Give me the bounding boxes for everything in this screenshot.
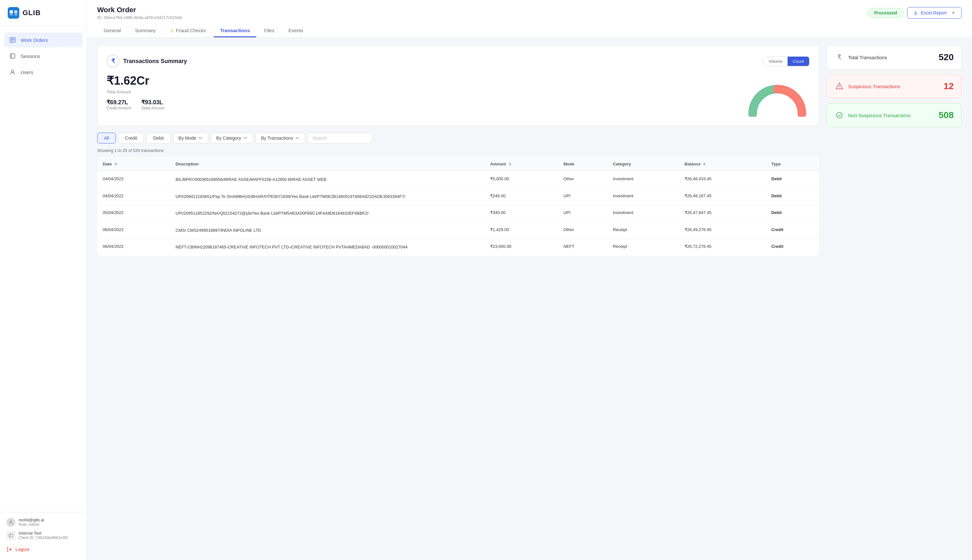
tab-general[interactable]: General bbox=[97, 25, 127, 37]
transactions-summary-card: ₹ Transactions Summary Volume Count ₹1.6… bbox=[97, 45, 819, 126]
cell-date: 04/04/2022 bbox=[98, 171, 170, 188]
gauge-svg bbox=[745, 82, 809, 117]
col-amount[interactable]: Amount ⇅ bbox=[485, 157, 559, 171]
credit-amount: ₹69.27L bbox=[107, 99, 131, 106]
summary-amounts: ₹1.62Cr Total Amount ₹69.27L Credit Amou… bbox=[107, 74, 165, 110]
logout-button[interactable]: Logout bbox=[7, 544, 80, 555]
excel-report-button[interactable]: Excel Report ▼ bbox=[907, 7, 962, 19]
volume-toggle-btn[interactable]: Volume bbox=[764, 57, 788, 66]
total-amount: ₹1.62Cr bbox=[107, 74, 165, 88]
filter-all-btn[interactable]: All bbox=[97, 133, 116, 143]
debit-amount: ₹93.03L bbox=[141, 99, 165, 106]
filter-by-transactions-dropdown[interactable]: By Transactions bbox=[255, 133, 305, 143]
alert-icon bbox=[835, 82, 844, 91]
suspicious-value: 12 bbox=[944, 81, 954, 92]
chevron-down-icon bbox=[243, 136, 247, 140]
page-header: Work Order ID: 00ece76d-c980-4b3a-af29-e… bbox=[87, 0, 972, 38]
sidebar-item-label: Users bbox=[21, 70, 33, 75]
sidebar-item-sessions[interactable]: Sessions bbox=[4, 48, 83, 63]
cell-balance: ₹26,47,847.45 bbox=[679, 205, 766, 222]
client-icon bbox=[7, 531, 15, 540]
cell-category: Investment bbox=[608, 188, 679, 205]
transactions-table: Date ⇅ Description Amount ⇅ Mode Categor… bbox=[97, 157, 819, 256]
sidebar-user: mohit@glib.ai Role: Admin bbox=[7, 518, 80, 527]
debit-label: Debit Amount bbox=[141, 106, 165, 110]
col-balance[interactable]: Balance ⇅ bbox=[679, 157, 766, 171]
sidebar-nav: Work Orders Sessions Users bbox=[0, 26, 87, 512]
total-transactions-value: 520 bbox=[939, 52, 954, 62]
cell-category: Investment bbox=[608, 171, 679, 188]
search-input-wrap bbox=[308, 133, 372, 143]
cell-description: BIL/BPAY/000365168556/MIRAE ASSE/MAFF015… bbox=[170, 171, 485, 188]
user-role: Role: Admin bbox=[19, 522, 44, 527]
tab-events[interactable]: Events bbox=[282, 25, 310, 37]
stat-total-left: ₹ Total Transactions bbox=[835, 52, 887, 62]
filter-by-mode-dropdown[interactable]: By Mode bbox=[173, 133, 208, 143]
stat-non-suspicious-left: Non-Suspicious Transactions bbox=[835, 110, 910, 120]
chevron-down-icon bbox=[198, 136, 203, 140]
debit-item: ₹93.03L Debit Amount bbox=[141, 99, 165, 110]
table-header: Date ⇅ Description Amount ⇅ Mode Categor… bbox=[98, 157, 819, 171]
cell-description: NEFT-CBINH22096187465-CREATIVE INFOTECH … bbox=[170, 239, 485, 256]
sidebar-item-users[interactable]: Users bbox=[4, 65, 83, 80]
search-input[interactable] bbox=[308, 133, 372, 143]
cell-description: UPI/209511852292/NA/Q62154272@ybl/Yes Ba… bbox=[170, 205, 485, 222]
cell-amount: ₹23,000.00 bbox=[485, 239, 559, 256]
svg-rect-2 bbox=[14, 10, 17, 13]
count-toggle-btn[interactable]: Count bbox=[788, 57, 809, 66]
users-icon bbox=[9, 68, 16, 76]
table-row: 06/04/2022 NEFT-CBINH22096187465-CREATIV… bbox=[98, 239, 819, 256]
svg-rect-4 bbox=[14, 14, 17, 15]
chevron-down-icon bbox=[295, 136, 300, 140]
main-content: Work Order ID: 00ece76d-c980-4b3a-af29-e… bbox=[87, 0, 972, 560]
rupee-icon: ₹ bbox=[107, 55, 119, 68]
sidebar-client: Internal Test Client ID: 748240b4f662e3f… bbox=[7, 531, 80, 540]
page-body: ₹ Transactions Summary Volume Count ₹1.6… bbox=[87, 38, 972, 263]
non-suspicious-value: 508 bbox=[939, 110, 954, 120]
credit-label: Credit Amount bbox=[107, 106, 131, 110]
sidebar: GLIB Work Orders Sessions bbox=[0, 0, 87, 560]
cell-amount: ₹246.00 bbox=[485, 188, 559, 205]
table-row: 05/04/2022 UPI/209511852292/NA/Q62154272… bbox=[98, 205, 819, 222]
sidebar-footer: mohit@glib.ai Role: Admin Internal Test … bbox=[0, 512, 87, 560]
cell-category: Receipt bbox=[608, 239, 679, 256]
sidebar-item-work-orders[interactable]: Work Orders bbox=[4, 33, 83, 47]
filter-by-category-dropdown[interactable]: By Category bbox=[211, 133, 253, 143]
cell-mode: Other bbox=[559, 222, 608, 239]
credit-debit-row: ₹69.27L Credit Amount ₹93.03L Debit Amou… bbox=[107, 99, 165, 110]
tab-transactions[interactable]: Transactions bbox=[214, 25, 257, 37]
cell-date: 06/04/2022 bbox=[98, 239, 170, 256]
table-body: 04/04/2022 BIL/BPAY/000365168556/MIRAE A… bbox=[98, 171, 819, 256]
cell-mode: NEFT bbox=[559, 239, 608, 256]
total-transactions-label: Total Transactions bbox=[848, 55, 887, 60]
tab-files[interactable]: Files bbox=[257, 25, 281, 37]
tab-summary[interactable]: Summary bbox=[128, 25, 162, 37]
client-name: Internal Test bbox=[19, 531, 68, 535]
page-title-area: Work Order ID: 00ece76d-c980-4b3a-af29-e… bbox=[97, 6, 182, 20]
col-category: Category bbox=[608, 157, 679, 171]
tab-fraud-checks[interactable]: ⚠ Fraud Checks bbox=[163, 25, 212, 37]
cell-mode: UPI bbox=[559, 188, 608, 205]
svg-point-18 bbox=[837, 112, 842, 118]
sessions-icon bbox=[9, 52, 16, 60]
work-orders-icon bbox=[9, 37, 16, 43]
cell-balance: ₹26,48,187.45 bbox=[679, 188, 766, 205]
cell-description: UPI/209412183651/Pay To SHAMBHUS/BHARATP… bbox=[170, 188, 485, 205]
col-description: Description bbox=[170, 157, 485, 171]
svg-point-12 bbox=[10, 520, 12, 522]
cell-date: 05/04/2022 bbox=[98, 205, 170, 222]
page-id: ID: 00ece76d-c980-4b3a-af29-e34217c015dd bbox=[97, 15, 182, 20]
summary-card-header: ₹ Transactions Summary Volume Count bbox=[107, 55, 809, 68]
svg-rect-0 bbox=[8, 7, 19, 19]
non-suspicious-label: Non-Suspicious Transactions bbox=[848, 113, 910, 118]
excel-btn-label: Excel Report bbox=[921, 10, 947, 15]
filter-credit-btn[interactable]: Credit bbox=[118, 133, 144, 143]
cell-balance: ₹26,48,433.45 bbox=[679, 171, 766, 188]
volume-count-toggle[interactable]: Volume Count bbox=[763, 56, 809, 66]
cell-type: Debit bbox=[766, 188, 819, 205]
col-date[interactable]: Date ⇅ bbox=[98, 157, 170, 171]
filter-debit-btn[interactable]: Debit bbox=[147, 133, 170, 143]
cell-date: 04/04/2022 bbox=[98, 188, 170, 205]
suspicious-label: Suspicious Transactions bbox=[848, 84, 900, 89]
cell-balance: ₹26,72,276.45 bbox=[679, 239, 766, 256]
